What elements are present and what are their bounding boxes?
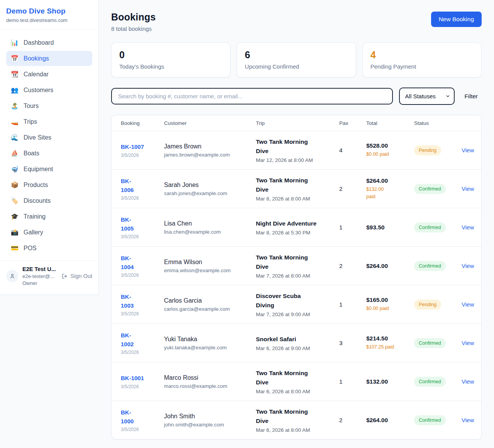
paid-amount: $132.00 paid	[366, 186, 410, 200]
sidebar-item-equipment[interactable]: 🤿 Equipment	[6, 162, 92, 177]
customer-cell: Yuki Tanaka yuki.tanaka@example.com	[164, 336, 256, 350]
sidebar-item-pos[interactable]: 💳 POS	[6, 241, 92, 256]
customer-email: sarah.jones@example.com	[164, 190, 252, 196]
trip-cell: Two Tank Morning Dive Mar 6, 2026 at 8:0…	[256, 369, 339, 394]
sidebar-item-dashboard[interactable]: 📊 Dashboard	[6, 35, 92, 50]
booking-date: 3/5/2026	[121, 311, 160, 317]
sidebar-item-customers[interactable]: 👥 Customers	[6, 83, 92, 98]
status-cell: Confirmed	[414, 222, 446, 232]
view-cell: View	[457, 340, 474, 347]
view-link[interactable]: View	[457, 301, 474, 308]
table-row: BK- 1003 3/5/2026 Carlos Garcia carlos.g…	[112, 285, 481, 323]
view-link[interactable]: View	[457, 224, 474, 231]
booking-id-link[interactable]: BK- 1003	[121, 292, 134, 310]
sign-out-button[interactable]: Sign Out	[61, 273, 92, 280]
customer-name: John Smith	[164, 413, 252, 420]
view-link[interactable]: View	[457, 185, 474, 192]
wave-icon: 🌊	[11, 134, 19, 141]
credit-card-icon: 💳	[11, 244, 19, 252]
stat-label: Pending Payment	[370, 63, 474, 70]
sidebar-item-label: Trips	[24, 118, 37, 125]
total-amount: $165.00	[366, 296, 410, 303]
sidebar-item-trips[interactable]: 🚤 Trips	[6, 114, 92, 129]
total-cell: $165.00 $0.00 paid	[366, 296, 414, 312]
trip-datetime: Mar 7, 2026 at 8:00 AM	[256, 273, 335, 279]
calendar-date-icon: 📅	[11, 55, 19, 62]
trip-cell: Two Tank Morning Dive Mar 7, 2026 at 8:0…	[256, 253, 339, 279]
new-booking-button[interactable]: New Booking	[431, 12, 482, 27]
sidebar-item-products[interactable]: 📦 Products	[6, 177, 92, 192]
booking-date: 3/5/2026	[121, 427, 160, 432]
trip-datetime: Mar 7, 2026 at 9:00 AM	[256, 312, 335, 317]
trip-datetime: Mar 6, 2026 at 9:00 AM	[256, 345, 335, 351]
status-cell: Confirmed	[414, 415, 446, 425]
status-cell: Confirmed	[414, 377, 446, 387]
customer-cell: Emma Wilson emma.wilson@example.com	[164, 259, 256, 273]
speedboat-icon: 🚤	[11, 118, 19, 125]
sailboat-icon: ⛵	[11, 150, 19, 157]
user-meta: E2E Test U... e2e-tester@... Owner	[22, 266, 58, 286]
status-badge: Confirmed	[414, 184, 446, 194]
diving-mask-icon: 🤿	[11, 165, 19, 173]
brand-name[interactable]: Demo Dive Shop	[6, 7, 92, 15]
status-select-wrap: All Statuses	[399, 88, 455, 105]
sign-out-label: Sign Out	[71, 273, 92, 279]
stat-card: 0 Today's Bookings	[111, 42, 230, 77]
paid-amount: $0.00 paid	[366, 151, 410, 158]
booking-date: 3/5/2026	[121, 273, 160, 278]
status-cell: Pending	[414, 145, 441, 155]
booking-id-link[interactable]: BK-1001	[121, 374, 144, 382]
sidebar-item-dive-sites[interactable]: 🌊 Dive Sites	[6, 130, 92, 145]
stat-label: Upcoming Confirmed	[245, 63, 348, 70]
filter-button[interactable]: Filter	[461, 91, 482, 102]
booking-id-link[interactable]: BK- 1006	[121, 177, 134, 195]
pax-cell: 2	[339, 417, 366, 423]
booking-id-link[interactable]: BK-1007	[121, 142, 144, 151]
status-select[interactable]: All Statuses	[399, 88, 455, 105]
view-link[interactable]: View	[457, 340, 474, 346]
view-cell: View	[457, 378, 474, 385]
booking-id-link[interactable]: BK- 1002	[121, 331, 134, 349]
sidebar-item-bookings[interactable]: 📅 Bookings	[6, 51, 92, 66]
customer-email: marco.rossi@example.com	[164, 383, 252, 389]
sidebar-item-calendar[interactable]: 📆 Calendar	[6, 67, 92, 82]
sidebar-item-boats[interactable]: ⛵ Boats	[6, 146, 92, 161]
trip-cell: Two Tank Morning Dive Mar 6, 2026 at 8:0…	[256, 407, 339, 433]
table-row: BK- 1006 3/5/2026 Sarah Jones sarah.jone…	[112, 169, 481, 208]
bar-chart-icon: 📊	[11, 39, 19, 46]
table-header-row: Booking Customer Trip Pax Total Status	[112, 115, 481, 131]
table-body: BK-1007 3/5/2026 James Brown james.brown…	[112, 131, 481, 439]
page-header: Bookings 8 total bookings New Booking	[111, 12, 482, 32]
sidebar-item-tours[interactable]: 🏝️ Tours	[6, 98, 92, 113]
trip-datetime: Mar 6, 2026 at 8:00 AM	[256, 389, 335, 394]
trip-cell: Night Dive Adventure Mar 8, 2026 at 5:30…	[256, 219, 339, 236]
booking-id-link[interactable]: BK- 1000	[121, 408, 134, 426]
pax-cell: 4	[339, 147, 366, 153]
sidebar-item-label: Equipment	[24, 166, 53, 173]
total-amount: $214.50	[366, 335, 410, 342]
booking-id-link[interactable]: BK- 1004	[121, 254, 134, 272]
sidebar-item-training[interactable]: 🎓 Training	[6, 209, 92, 224]
view-link[interactable]: View	[457, 417, 474, 423]
island-icon: 🏝️	[11, 102, 19, 109]
trip-datetime: Mar 6, 2026 at 8:00 AM	[256, 427, 335, 433]
booking-id-link[interactable]: BK- 1005	[121, 215, 134, 233]
pax-cell: 1	[339, 301, 366, 308]
booking-date: 3/5/2026	[121, 384, 160, 389]
customer-name: James Brown	[164, 143, 252, 150]
customer-cell: James Brown james.brown@example.com	[164, 143, 256, 158]
search-input[interactable]	[111, 88, 393, 104]
total-cell: $528.00 $0.00 paid	[366, 142, 414, 158]
sidebar-item-gallery[interactable]: 📸 Gallery	[6, 225, 92, 240]
stat-card: 4 Pending Payment	[362, 42, 482, 77]
sidebar-item-discounts[interactable]: 🏷️ Discounts	[6, 193, 92, 208]
status-badge: Confirmed	[414, 415, 446, 425]
pax-cell: 3	[339, 340, 366, 346]
view-link[interactable]: View	[457, 378, 474, 385]
view-link[interactable]: View	[457, 263, 474, 269]
status-badge: Confirmed	[414, 338, 446, 348]
user-email: e2e-tester@...	[22, 273, 58, 279]
view-link[interactable]: View	[457, 147, 474, 153]
trip-cell: Discover Scuba Diving Mar 7, 2026 at 9:0…	[256, 291, 339, 317]
sidebar-item-label: Training	[24, 213, 46, 220]
